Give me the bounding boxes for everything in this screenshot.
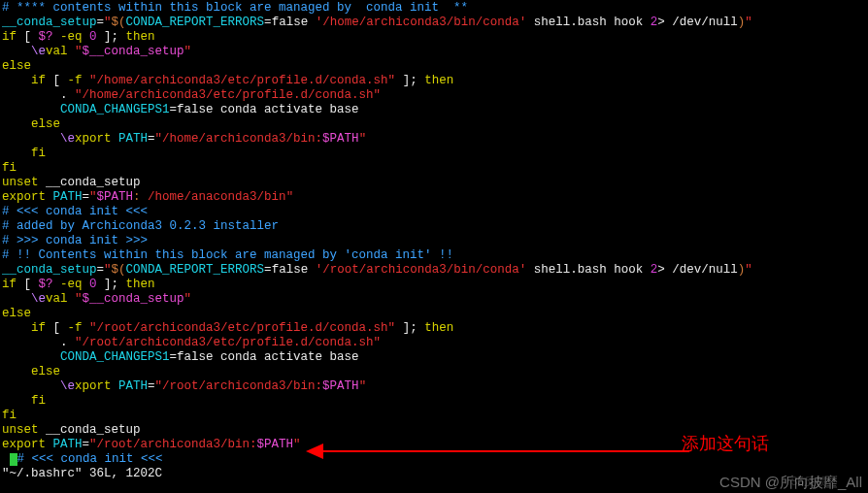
code-line: CONDA_CHANGEPS1=false conda activate bas…	[2, 103, 868, 117]
code-line: fi	[2, 161, 868, 176]
code-line: . "/home/archiconda3/etc/profile.d/conda…	[2, 88, 868, 103]
code-line: if [ $? -eq 0 ]; then	[2, 30, 868, 45]
code-line: # !! Contents within this block are mana…	[2, 248, 868, 263]
code-line: fi	[2, 147, 868, 161]
code-line: CONDA_CHANGEPS1=false conda activate bas…	[2, 350, 868, 365]
code-line: unset __conda_setup	[2, 176, 868, 190]
code-line: else	[2, 59, 868, 74]
code-line: if [ -f "/root/archiconda3/etc/profile.d…	[2, 321, 868, 336]
code-line: fi	[2, 394, 868, 409]
code-line: . "/root/archiconda3/etc/profile.d/conda…	[2, 336, 868, 350]
code-line: else	[2, 117, 868, 132]
code-line: fi	[2, 409, 868, 423]
code-line: else	[2, 307, 868, 321]
cursor-icon	[10, 453, 17, 466]
code-line: export PATH="$PATH: /home/anaconda3/bin"	[2, 190, 868, 205]
code-line: if [ -f "/home/archiconda3/etc/profile.d…	[2, 74, 868, 88]
code-line: if [ $? -eq 0 ]; then	[2, 278, 868, 292]
code-line: # added by Archiconda3 0.2.3 installer	[2, 219, 868, 234]
code-line: \export PATH="/root/archiconda3/bin:$PAT…	[2, 379, 868, 394]
annotation-text: 添加这句话	[682, 437, 769, 451]
code-line: # **** contents within this block are ma…	[2, 1, 868, 16]
code-line: # >>> conda init >>>	[2, 234, 868, 248]
arrow-line-icon	[320, 450, 689, 452]
watermark: CSDN @所向披靡_All	[719, 475, 862, 489]
code-line: \eval "$__conda_setup"	[2, 45, 868, 59]
code-line: # <<< conda init <<<	[2, 205, 868, 219]
arrow-annotation	[291, 437, 709, 466]
terminal-editor[interactable]: # **** contents within this block are ma…	[2, 1, 868, 481]
code-line: \export PATH="/home/archiconda3/bin:$PAT…	[2, 132, 868, 147]
code-line: __conda_setup="$(CONDA_REPORT_ERRORS=fal…	[2, 16, 868, 30]
code-line: else	[2, 365, 868, 379]
code-line: __conda_setup="$(CONDA_REPORT_ERRORS=fal…	[2, 263, 868, 278]
code-line: \eval "$__conda_setup"	[2, 292, 868, 307]
arrow-head-icon	[306, 444, 323, 459]
